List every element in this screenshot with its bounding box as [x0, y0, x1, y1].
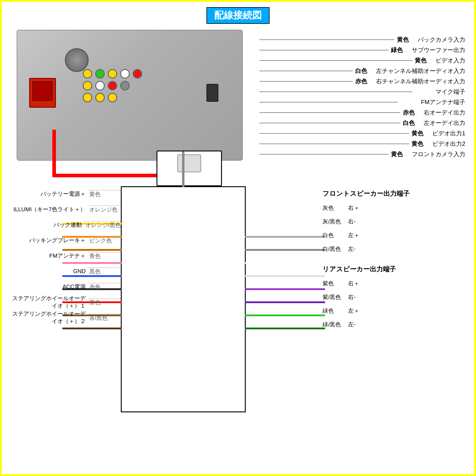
left-wire-color-1: オレンジ色: [88, 206, 121, 214]
label-desc-4: 右チャンネル補助オーディオ入力: [376, 77, 465, 85]
line-connector: [259, 81, 353, 82]
top-label-0: 黄色 バックカメラ入力: [257, 36, 465, 44]
left-label-row-0: バッテリー電源＋ 黄色: [8, 186, 121, 202]
wire-right-7: [245, 328, 325, 329]
front-wire-name-3: 白/黒色: [322, 245, 346, 253]
line-connector: [259, 40, 394, 40]
red-line-v: [52, 130, 56, 177]
left-label-text-7: ステアリングホイールオーデイオ（＋）１: [8, 295, 88, 309]
label-color-8: 白色: [403, 119, 421, 127]
rca-row-2: [83, 81, 130, 90]
line-connector: [259, 144, 409, 144]
label-desc-6: FMアンテナ端子: [421, 98, 465, 106]
top-label-9: 黄色 ビデオ出力1: [257, 129, 465, 137]
rear-speaker-title: リアスピーカー出力端子: [322, 265, 465, 274]
label-color-3: 白色: [355, 67, 373, 75]
wire-right-3: [245, 275, 325, 277]
page-title: 配線接続図: [2, 7, 474, 24]
left-wire-color-2: オレンジ/黒色: [84, 221, 121, 229]
top-label-5: マイク端子: [257, 88, 465, 96]
label-desc-1: サブウーファー出力: [412, 46, 465, 54]
left-labels: バッテリー電源＋ 黄色 ILLUMI（キー7色ライト＋） オレンジ色 バック連動…: [8, 186, 121, 325]
label-desc-9: ビデオ出力1: [432, 129, 465, 137]
top-label-4: 赤色 右チャンネル補助オーディオ入力: [257, 77, 465, 85]
connector-left: [29, 78, 56, 108]
rear-wire-name-2: 緑色: [322, 307, 346, 315]
rear-wire-3: 緑/黒色 左-: [322, 318, 465, 331]
left-label-row-3: バッキングブレーキ＋ ピンク色: [8, 233, 121, 248]
rca-g1: [120, 81, 130, 90]
rca-row-3: [83, 93, 117, 102]
rear-wire-desc-3: 左-: [348, 321, 356, 328]
rear-wire-1: 紫/黒色 右-: [322, 290, 465, 304]
label-color-1: 緑色: [391, 46, 409, 54]
front-wire-2: 白色 左＋: [322, 228, 465, 242]
rca-green: [95, 69, 105, 79]
left-label-row-2: バック連動 オレンジ/黒色: [8, 217, 121, 233]
label-color-9: 黄色: [411, 129, 429, 137]
line-connector: [259, 92, 412, 92]
rear-wire-name-1: 紫/黒色: [322, 293, 346, 301]
line-connector: [259, 112, 400, 113]
left-wire-color-4: 青色: [88, 252, 121, 260]
left-wire-color-8: 茶/黒色: [88, 314, 121, 322]
top-label-3: 白色 左チャンネル補助オーディオ入力: [257, 67, 465, 75]
front-wire-desc-0: 右＋: [348, 204, 359, 212]
rca-white: [120, 69, 130, 79]
left-label-text-5: GND: [8, 268, 88, 275]
label-desc-8: 左オーデイ出力: [424, 119, 465, 127]
rca-r1: [108, 81, 117, 90]
label-color-0: 黄色: [397, 36, 415, 44]
right-section: フロントスピーカー出力端子 灰色 右＋ 灰/黒色 右- 白色 左＋ 白/黒色 左…: [322, 186, 465, 331]
rear-wire-0: 紫色 右＋: [322, 277, 465, 290]
label-desc-10: ビデオ出力2: [432, 140, 465, 148]
rca-y2: [83, 93, 92, 102]
front-wire-3: 白/黒色 左-: [322, 242, 465, 256]
plug-inner: [177, 154, 201, 172]
left-label-row-1: ILLUMI（キー7色ライト＋） オレンジ色: [8, 202, 121, 217]
wire-right-2: [245, 262, 325, 264]
label-desc-3: 左チャンネル補助オーディオ入力: [376, 67, 465, 75]
top-label-11: 黄色 フロントカメラ入力: [257, 150, 465, 158]
front-wire-desc-2: 左＋: [348, 231, 359, 239]
label-color-11: 黄色: [391, 150, 409, 158]
label-desc-2: ビデオ入力: [436, 57, 465, 65]
wire-right-5: [245, 301, 325, 303]
left-label-row-6: ACC電源 赤色: [8, 279, 121, 295]
rear-wire-name-3: 緑/黒色: [322, 321, 346, 328]
rca-y1: [83, 81, 92, 90]
line-connector: [259, 154, 389, 154]
front-wire-name-2: 白色: [322, 231, 346, 239]
rca-yellow-1: [83, 69, 92, 79]
antenna-port: [206, 84, 218, 102]
wire-right-0: [245, 236, 325, 238]
left-wire-color-0: 黄色: [88, 190, 121, 198]
rear-wire-name-0: 紫色: [322, 280, 346, 287]
left-label-text-6: ACC電源: [8, 283, 88, 291]
rear-wire-2: 緑色 左＋: [322, 304, 465, 318]
rca-yellow-2: [108, 69, 117, 79]
top-label-7: 赤色 右オーデイ出力: [257, 109, 465, 117]
left-wire-color-6: 赤色: [88, 283, 121, 291]
rear-wire-desc-1: 右-: [348, 293, 356, 301]
top-label-1: 緑色 サブウーファー出力: [257, 46, 465, 54]
label-desc-7: 右オーデイ出力: [424, 109, 465, 117]
label-desc-0: バックカメラ入力: [418, 36, 465, 44]
label-color-7: 赤色: [403, 109, 421, 117]
left-label-text-1: ILLUMI（キー7色ライト＋）: [8, 206, 88, 213]
label-color-10: 黄色: [411, 140, 429, 148]
left-label-row-4: FMアンテナ＋ 青色: [8, 248, 121, 264]
left-wire-color-7: 茶色: [88, 298, 121, 306]
left-label-text-0: バッテリー電源＋: [8, 190, 88, 198]
top-label-6: FMアンテナ端子: [257, 98, 465, 106]
line-connector: [259, 60, 412, 61]
left-label-row-8: ステアリングホイールオーデイオ（＋）２ 茶/黒色: [8, 310, 121, 325]
red-line-h: [52, 174, 165, 177]
labels-right: 黄色 バックカメラ入力 緑色 サブウーファー出力 黄色 ビデオ入力 白色 左チャ…: [257, 36, 465, 161]
rear-wire-desc-2: 左＋: [348, 307, 359, 315]
left-label-text-4: FMアンテナ＋: [8, 252, 88, 260]
line-connector: [259, 50, 389, 50]
label-desc-5: マイク端子: [436, 88, 465, 96]
left-label-text-3: バッキングブレーキ＋: [8, 237, 88, 244]
line-connector: [259, 71, 353, 71]
